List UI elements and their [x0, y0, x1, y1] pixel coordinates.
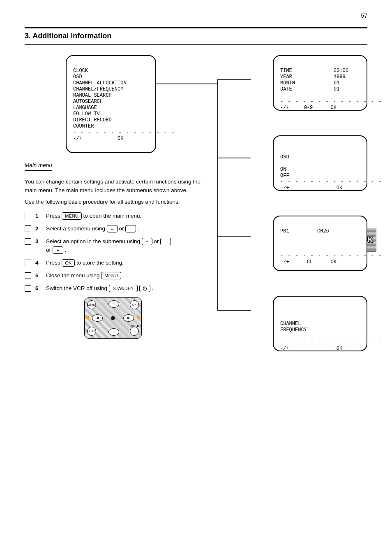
row-label: MONTH — [280, 80, 334, 86]
remote-left-button: ◀ — [92, 314, 103, 322]
osd-clock-submenu: TIME20:00 YEAR1999 MONTH01 DATE01 - - - … — [273, 55, 367, 111]
step-text: . — [122, 272, 124, 279]
remote-plus-button: + — [108, 300, 119, 308]
osd-osd-submenu: OSD ON OFF - - - - - - - - - - - - - - -… — [273, 135, 367, 191]
menu-divider: - - - - - - - - - - - - - - — [280, 99, 382, 104]
menu-item: AUTOSEARCH — [73, 99, 103, 104]
key-plus: + — [125, 225, 136, 232]
footer-item: -/+ — [280, 105, 289, 111]
remote-rewind-icon: ⏪ — [85, 315, 89, 320]
page-title: 3. Additional information — [25, 32, 367, 40]
step-text: Select a submenu using — [46, 225, 107, 232]
row-label: DATE — [280, 86, 334, 93]
footer-item: OK — [337, 185, 342, 191]
remote-clear-label: CLEAR — [131, 324, 141, 329]
menu-item: FOLLOW TV — [73, 111, 100, 117]
page-number: 57 — [361, 12, 367, 19]
step-text: or — [154, 238, 160, 244]
step-text: Close the menu using — [46, 272, 101, 279]
remote-splp-button: SP/LP — [87, 327, 96, 336]
remote-minus-button: – — [108, 328, 119, 336]
key-menu: MENU — [62, 212, 81, 220]
osd-main-menu: CLOCK OSD CHANNEL ALLOCATION CHANNEL/FRE… — [66, 55, 156, 153]
menu-item: DIRECT RECORD — [73, 117, 112, 123]
step: 2 Select a submenu using – or + . — [25, 225, 201, 233]
row-label: P01 — [280, 228, 317, 235]
row-value: ON — [280, 167, 286, 172]
key-ok: OK — [62, 259, 75, 267]
row-value: CH26 — [317, 228, 329, 234]
checkbox-icon — [25, 260, 31, 266]
step-text: Select an option in the submenu using — [46, 238, 142, 244]
footer-item: 0-9 — [304, 105, 313, 111]
intro-paragraph-1: You can change certain settings and acti… — [25, 178, 201, 195]
step-text: . — [138, 225, 139, 232]
step-text: Switch the VCR off using — [46, 285, 109, 291]
menu-divider: - - - - - - - - - - - - - - — [280, 179, 382, 185]
step-number: 2 — [35, 225, 42, 233]
step-text: Press — [46, 213, 62, 219]
footer-item: OK — [330, 105, 336, 111]
step-number: 4 — [35, 259, 42, 267]
remote-p-label: P — [111, 317, 113, 321]
checkbox-icon — [25, 285, 31, 292]
step-text: Press — [46, 260, 62, 266]
menu-footer-right: OK — [118, 136, 123, 142]
remote-illustration: MENU + OK ◀ P ▶ ⏪ ⏩ SP/LP – CL CLEAR — [84, 297, 142, 339]
key-plus: + — [53, 246, 63, 254]
remote-ffwd-icon: ⏩ — [137, 315, 141, 320]
step-text: . — [65, 247, 67, 253]
key-menu: MENU — [101, 272, 121, 279]
key-minus: – — [107, 225, 118, 232]
menu-item: COUNTER — [73, 123, 94, 129]
menu-item: OSD — [73, 74, 82, 80]
step: 3 Select an option in the submenu using … — [25, 237, 201, 255]
checkbox-icon — [25, 272, 31, 279]
footer-item: -/+ — [280, 185, 289, 191]
step-number: 1 — [35, 212, 42, 220]
row-value: OFF — [280, 173, 289, 179]
menu-item: MANUAL SEARCH — [73, 93, 112, 98]
menu-divider: - - - - - - - - - - - - - - — [73, 130, 175, 135]
remote-menu-button: MENU — [87, 300, 96, 309]
row-value: 01 — [334, 86, 339, 92]
footer-item: OK — [337, 346, 342, 351]
key-plus: + — [142, 238, 152, 245]
intro-paragraph-2: Use the following basic procedure for al… — [25, 198, 201, 206]
key-minus: – — [160, 238, 171, 245]
submenu-title: OSD — [280, 154, 289, 160]
menu-footer-left: -/+ — [73, 136, 82, 142]
row-value: 20:00 — [334, 68, 348, 74]
osd-channel-alloc-submenu: P01CH26 - - - - - - - - - - - - - - -/+ … — [273, 216, 367, 271]
row-value: 01 — [334, 80, 339, 86]
step: 6 Switch the VCR off using STANDBY . — [25, 284, 201, 293]
row-value: 1999 — [334, 74, 346, 80]
step-number: 6 — [35, 284, 42, 293]
step-text: to open the main menu. — [83, 213, 141, 219]
subheading: Main menu — [25, 161, 52, 171]
row-value: FREQUENCY — [280, 327, 307, 333]
step-number: 5 — [35, 272, 42, 280]
footer-item: -/+ — [280, 346, 289, 351]
key-standby: STANDBY — [109, 285, 138, 292]
row-label: TIME — [280, 68, 334, 74]
step-text: to store the setting. — [76, 260, 124, 266]
remote-right-button: ▶ — [123, 314, 134, 322]
menu-divider: - - - - - - - - - - - - - - — [280, 339, 382, 345]
checkbox-icon — [25, 225, 31, 232]
menu-item: CHANNEL/FREQUENCY — [73, 86, 123, 92]
footer-item: -/+ — [280, 259, 289, 265]
menu-item: CHANNEL ALLOCATION — [73, 80, 127, 86]
step-text: or — [119, 225, 126, 232]
footer-item: CL — [307, 259, 313, 265]
step: 4 Press OK to store the setting. — [25, 259, 201, 267]
checkbox-icon — [25, 213, 31, 219]
remote-ok-button: OK — [130, 300, 139, 309]
step-text: . — [152, 285, 153, 291]
step: 5 Close the menu using MENU . — [25, 272, 201, 280]
menu-divider: - - - - - - - - - - - - - - — [280, 253, 382, 259]
osd-chan-freq-submenu: CHANNEL FREQUENCY - - - - - - - - - - - … — [273, 296, 367, 351]
step-number: 3 — [35, 237, 42, 246]
row-label: YEAR — [280, 74, 334, 80]
steps-list: 1 Press MENU to open the main menu. 2 Se… — [25, 212, 201, 293]
